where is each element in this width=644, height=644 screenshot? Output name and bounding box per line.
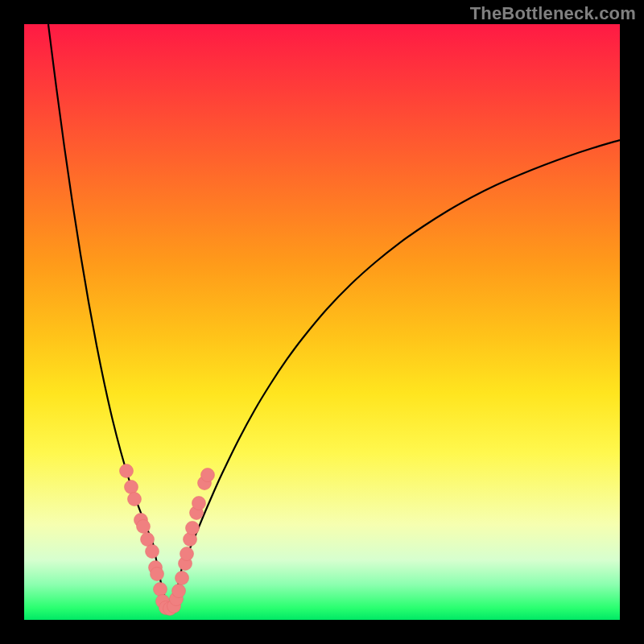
data-marker [192, 497, 205, 510]
data-marker [175, 571, 189, 584]
data-marker [200, 469, 214, 482]
marker-layer [24, 24, 620, 620]
data-marker [185, 521, 199, 535]
data-marker [119, 464, 133, 478]
plot-area [24, 24, 620, 620]
data-marker [141, 533, 155, 547]
watermark-text: TheBottleneck.com [470, 3, 636, 24]
data-marker [127, 493, 141, 506]
data-marker [172, 584, 186, 598]
data-marker [151, 568, 164, 581]
data-marker [124, 480, 138, 493]
data-marker [154, 582, 167, 596]
data-marker [137, 519, 151, 533]
data-marker [180, 547, 194, 561]
chart-frame: TheBottleneck.com [0, 0, 644, 644]
data-marker [146, 544, 159, 558]
